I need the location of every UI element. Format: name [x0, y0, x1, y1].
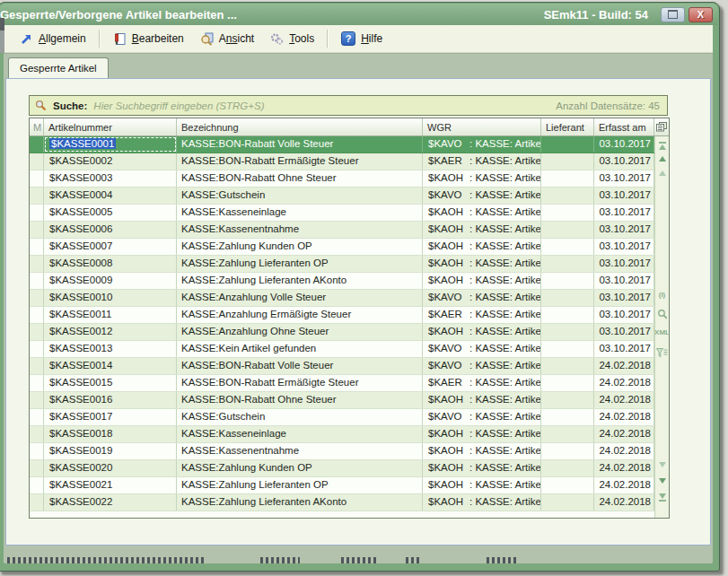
- cell-bezeichnung: KASSE:Kassenentnahme: [177, 443, 423, 459]
- table-row[interactable]: $KASSE0009KASSE:Zahlung Lieferanten AKon…: [30, 273, 654, 290]
- table-row[interactable]: $KASSE0010KASSE:Anzahlung Volle Steuer$K…: [30, 290, 654, 307]
- cell-wgr: $KAOH: KASSE: Artikel O: [423, 392, 541, 408]
- table-row[interactable]: $KASSE0014KASSE:BON-Rabatt Volle Steuer$…: [30, 358, 654, 375]
- cell-marker: [30, 409, 44, 425]
- table-row[interactable]: $KASSE0015KASSE:BON-Rabatt Ermäßigte Ste…: [30, 375, 654, 392]
- cell-wgr: $KAOH: KASSE: Artikel O: [423, 222, 541, 238]
- cell-erfasst-am: 24.02.2018: [594, 409, 654, 425]
- cell-marker: [30, 188, 44, 204]
- filter-button[interactable]: [655, 348, 669, 359]
- cell-wgr: $KAVO: KASSE: Artikel V: [423, 358, 541, 374]
- column-header-marker[interactable]: M: [30, 118, 44, 135]
- cell-marker: [30, 494, 44, 511]
- menu-allgemein[interactable]: Allgemein: [12, 29, 94, 49]
- table-row[interactable]: $KASSE0008KASSE:Zahlung Lieferanten OP$K…: [30, 256, 654, 273]
- cell-artikelnummer: $KASSE0008: [44, 256, 177, 272]
- column-header-artikelnummer[interactable]: Artikelnummer: [44, 118, 177, 135]
- xml-export-button[interactable]: XML: [655, 328, 669, 336]
- window-title: Gesperrte/Verborgene Artikel bearbeiten …: [0, 8, 544, 22]
- table-row[interactable]: $KASSE0022KASSE:Zahlung Lieferanten AKon…: [30, 494, 654, 511]
- cell-lieferant: [541, 290, 594, 306]
- cell-artikelnummer: $KASSE0015: [44, 375, 177, 391]
- menu-ansicht-label: Ansicht: [219, 32, 254, 45]
- close-button[interactable]: X: [689, 7, 713, 22]
- scroll-up-button[interactable]: [655, 170, 669, 176]
- table-row[interactable]: $KASSE0021KASSE:Zahlung Lieferanten OP$K…: [30, 477, 654, 494]
- version-label: SEmk11 - Build: 54: [544, 8, 648, 22]
- cell-marker: [30, 307, 44, 323]
- search-bar[interactable]: Suche: Hier Suchbegriff eingeben (STRG+S…: [29, 95, 668, 116]
- grid-search-button[interactable]: [655, 309, 669, 319]
- scroll-to-bottom-button[interactable]: [655, 493, 669, 502]
- cell-erfasst-am: 03.10.2017: [594, 170, 654, 187]
- column-header-erfasst-am[interactable]: Erfasst am: [594, 118, 654, 135]
- page-down-button[interactable]: [655, 478, 669, 484]
- cell-erfasst-am: 03.10.2017: [594, 188, 654, 204]
- column-header-lieferant[interactable]: Lieferant: [541, 118, 594, 135]
- cell-bezeichnung: KASSE:Anzahlung Ermäßigte Steuer: [177, 307, 423, 323]
- cell-erfasst-am: 03.10.2017: [594, 205, 654, 221]
- tab-gesperrte-artikel[interactable]: Gesperrte Artikel: [8, 57, 109, 78]
- cell-erfasst-am: 03.10.2017: [594, 153, 654, 170]
- table-row[interactable]: $KASSE0006KASSE:Kassenentnahme$KAOH: KAS…: [30, 222, 654, 239]
- cell-artikelnummer: $KASSE0012: [44, 324, 177, 340]
- cell-erfasst-am: 03.10.2017: [594, 290, 654, 306]
- column-chooser-button[interactable]: [654, 118, 669, 135]
- scroll-down-button[interactable]: [655, 462, 669, 467]
- cell-erfasst-am: 03.10.2017: [594, 324, 654, 340]
- cell-marker: [30, 460, 44, 476]
- cell-wgr: $KAOH: KASSE: Artikel O: [423, 477, 541, 493]
- cell-bezeichnung: KASSE:BON-Rabatt Ermäßigte Steuer: [177, 375, 423, 391]
- page-up-button[interactable]: [655, 156, 669, 161]
- table-row[interactable]: $KASSE0003KASSE:BON-Rabatt Ohne Steuer$K…: [30, 170, 654, 188]
- table-row[interactable]: $KASSE0018KASSE:Kasseneinlage$KAOH: KASS…: [30, 426, 654, 443]
- table-row[interactable]: $KASSE0005KASSE:Kasseneinlage$KAOH: KASS…: [30, 205, 654, 222]
- table-row[interactable]: $KASSE0002KASSE:BON-Rabatt Ermäßigte Ste…: [30, 153, 654, 170]
- toolbar-separator: [327, 30, 329, 48]
- cell-bezeichnung: KASSE:Zahlung Lieferanten AKonto: [177, 273, 423, 289]
- table-row[interactable]: $KASSE0013KASSE:Kein Artikel gefunden$KA…: [30, 341, 654, 358]
- menu-hilfe[interactable]: ? Hilfe: [333, 28, 390, 49]
- scroll-to-top-button[interactable]: [655, 141, 669, 150]
- cell-marker: [30, 136, 44, 153]
- fit-columns-button[interactable]: (I): [655, 291, 669, 299]
- cell-artikelnummer: $KASSE0003: [44, 170, 177, 187]
- table-row[interactable]: $KASSE0012KASSE:Anzahlung Ohne Steuer$KA…: [30, 324, 654, 341]
- search-input[interactable]: Hier Suchbegriff eingeben (STRG+S): [93, 100, 264, 111]
- restore-button[interactable]: [661, 7, 685, 22]
- cell-erfasst-am: 03.10.2017: [594, 222, 654, 238]
- cell-erfasst-am: 24.02.2018: [594, 443, 654, 459]
- table-row[interactable]: $KASSE0017KASSE:Gutschein$KAVO: KASSE: A…: [30, 409, 654, 426]
- column-header-bezeichnung[interactable]: Bezeichnung: [177, 118, 423, 135]
- close-icon: X: [697, 10, 704, 20]
- table-row[interactable]: $KASSE0011KASSE:Anzahlung Ermäßigte Steu…: [30, 307, 654, 324]
- cell-erfasst-am: 24.02.2018: [594, 392, 654, 408]
- table-row[interactable]: $KASSE0019KASSE:Kassenentnahme$KAOH: KAS…: [30, 443, 654, 460]
- document-pen-icon: [113, 32, 127, 46]
- title-bar: Gesperrte/Verborgene Artikel bearbeiten …: [0, 4, 718, 25]
- menu-bearbeiten[interactable]: Bearbeiten: [105, 29, 192, 49]
- cell-marker: [30, 153, 44, 170]
- table-row[interactable]: $KASSE0016KASSE:BON-Rabatt Ohne Steuer$K…: [30, 392, 654, 409]
- cell-wgr: $KAOH: KASSE: Artikel O: [423, 239, 541, 255]
- table-row[interactable]: $KASSE0001KASSE:BON-Rabatt Volle Steuer$…: [30, 136, 654, 153]
- cell-artikelnummer: $KASSE0009: [44, 273, 177, 289]
- column-header-wgr[interactable]: WGR: [423, 118, 541, 135]
- cell-wgr: $KAVO: KASSE: Artikel V: [423, 188, 541, 204]
- table-row[interactable]: $KASSE0004KASSE:Gutschein$KAVO: KASSE: A…: [30, 188, 654, 205]
- cell-artikelnummer: $KASSE0019: [44, 443, 177, 459]
- cell-wgr: $KAER: KASSE: Artikel E: [423, 307, 541, 323]
- background-window-artifact: [341, 557, 379, 563]
- background-window-artifact: [487, 557, 517, 563]
- article-table: M Artikelnummer Bezeichnung WGR Lieferan…: [29, 118, 670, 519]
- cell-wgr: $KAER: KASSE: Artikel E: [423, 153, 541, 170]
- menu-tools[interactable]: Tools: [262, 29, 322, 49]
- record-count: Anzahl Datensätze: 45: [556, 100, 660, 111]
- cell-bezeichnung: KASSE:Zahlung Kunden OP: [177, 239, 423, 255]
- cell-artikelnummer: $KASSE0006: [44, 222, 177, 238]
- menu-ansicht[interactable]: Ansicht: [192, 29, 262, 49]
- table-row[interactable]: $KASSE0007KASSE:Zahlung Kunden OP$KAOH: …: [30, 239, 654, 256]
- menu-tools-label: Tools: [289, 32, 314, 45]
- cell-bezeichnung: KASSE:BON-Rabatt Volle Steuer: [177, 358, 423, 374]
- table-row[interactable]: $KASSE0020KASSE:Zahlung Kunden OP$KAOH: …: [30, 460, 654, 477]
